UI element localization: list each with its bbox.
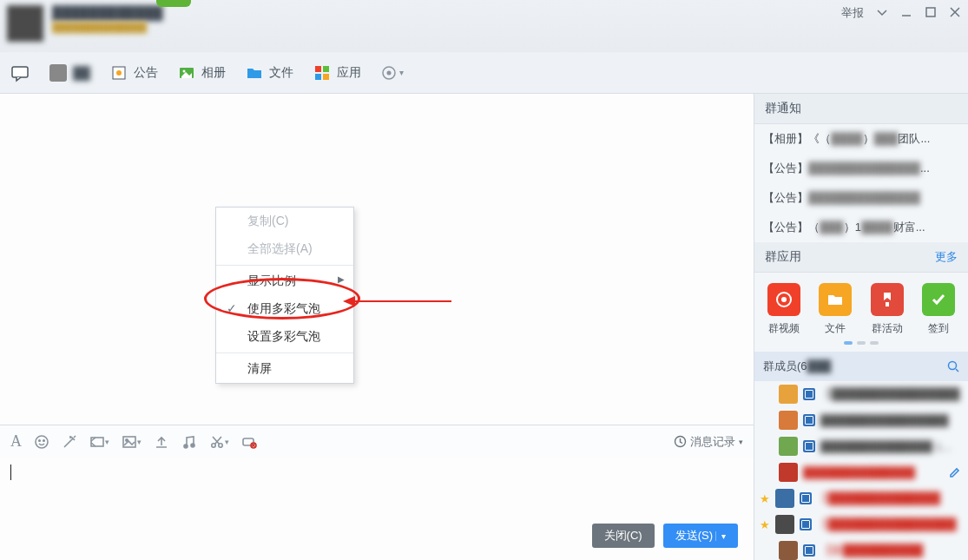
svg-rect-1 — [12, 67, 28, 77]
svg-point-12 — [386, 70, 391, 75]
cut-tool[interactable]: ▾ — [209, 434, 229, 450]
ctx-copy[interactable]: 复制(C) — [216, 208, 353, 235]
notice-2[interactable]: 【公告】██████████████... — [754, 154, 968, 183]
group-subtitle: ██████████████ — [52, 22, 163, 32]
svg-point-31 — [949, 362, 957, 370]
titlebar: ████████████ ██████████████ 举报 — [0, 0, 968, 52]
app-file[interactable]: 文件 — [819, 283, 852, 336]
ctx-zoom[interactable]: 显示比例 — [216, 267, 353, 295]
svg-point-4 — [116, 70, 122, 76]
notice-header: 群通知 — [754, 94, 968, 124]
chat-icon — [10, 63, 30, 82]
tab-apps[interactable]: 应用 — [313, 63, 361, 82]
annotation-arrow — [343, 293, 456, 310]
tab-blurred[interactable]: ██ — [49, 63, 90, 82]
app-checkin[interactable]: 签到 — [922, 283, 955, 336]
svg-point-29 — [781, 297, 787, 302]
green-accent — [156, 0, 191, 7]
context-menu: 复制(C) 全部选择(A) 显示比例 使用多彩气泡 设置多彩气泡 清屏 — [215, 207, 354, 384]
folder-icon — [245, 63, 264, 82]
member-row[interactable]: ★【████████████████ — [754, 511, 968, 537]
app-video[interactable]: 群视频 — [767, 283, 800, 336]
app-activity[interactable]: 群活动 — [871, 283, 904, 336]
member-row[interactable]: ██████████████ — [754, 459, 968, 485]
apps-header: 群应用 更多 — [754, 242, 968, 273]
member-row[interactable]: ██████████████ 1... — [754, 433, 968, 459]
text-cursor — [10, 464, 11, 480]
ctx-set-bubble[interactable]: 设置多彩气泡 — [216, 323, 353, 351]
tab-bar: ██ 公告 相册 文件 应用 ▾ — [0, 52, 968, 94]
ctx-clear[interactable]: 清屏 — [216, 355, 353, 383]
svg-rect-30 — [886, 302, 889, 306]
edit-icon[interactable] — [949, 466, 961, 478]
main-area: 复制(C) 全部选择(A) 显示比例 使用多彩气泡 设置多彩气泡 清屏 A ▾ — [0, 94, 968, 560]
member-row[interactable]: 【眼██████████ — [754, 537, 968, 560]
close-button[interactable]: 关闭(C) — [592, 524, 655, 548]
svg-point-21 — [184, 445, 188, 448]
message-input[interactable]: 关闭(C) 发送(S) ▾ — [0, 458, 754, 560]
ctx-select-all[interactable]: 全部选择(A) — [216, 235, 353, 263]
svg-point-20 — [126, 438, 128, 440]
member-row[interactable]: ★【██████████████ — [754, 485, 968, 511]
svg-rect-0 — [926, 8, 935, 16]
tab-announce[interactable]: 公告 — [109, 63, 158, 82]
tab-album[interactable]: 相册 — [177, 63, 226, 82]
member-row[interactable]: 【████████████████ — [754, 381, 968, 407]
svg-point-15 — [36, 436, 48, 448]
apps-more[interactable]: 更多 — [935, 249, 958, 265]
album-icon — [177, 63, 196, 82]
chat-history[interactable]: 复制(C) 全部选择(A) 显示比例 使用多彩气泡 设置多彩气泡 清屏 — [0, 94, 754, 425]
record-tool[interactable] — [241, 434, 257, 450]
report-link[interactable]: 举报 — [841, 5, 864, 21]
svg-rect-9 — [315, 74, 321, 80]
ctx-use-bubble[interactable]: 使用多彩气泡 — [216, 295, 353, 323]
maximize-icon[interactable] — [925, 6, 937, 21]
close-icon[interactable] — [949, 6, 961, 21]
svg-rect-7 — [315, 66, 321, 72]
upload-tool[interactable] — [154, 434, 169, 450]
minimize-icon[interactable] — [900, 6, 912, 21]
svg-point-6 — [182, 69, 185, 72]
emoji-tool[interactable] — [34, 434, 49, 450]
notice-3[interactable]: 【公告】██████████████ — [754, 183, 968, 213]
settings-dropdown[interactable]: ▾ — [380, 64, 404, 82]
font-tool[interactable]: A — [10, 432, 22, 451]
apps-icon — [313, 63, 332, 82]
announce-icon — [109, 63, 128, 82]
magic-tool[interactable] — [62, 434, 77, 450]
group-title: ████████████ — [52, 5, 163, 20]
member-row[interactable]: ████████████████ — [754, 407, 968, 433]
group-avatar[interactable] — [7, 5, 43, 42]
input-toolbar: A ▾ ▾ ▾ 消息记录 ▾ — [0, 425, 754, 458]
apps-pager[interactable] — [754, 341, 968, 352]
send-button[interactable]: 发送(S) ▾ — [663, 524, 738, 548]
dropdown-icon[interactable] — [876, 6, 888, 21]
image-tool[interactable]: ▾ — [122, 434, 142, 450]
notice-4[interactable]: 【公告】（███）1████财富... — [754, 213, 968, 242]
search-icon[interactable] — [947, 360, 959, 372]
tab-file[interactable]: 文件 — [245, 63, 293, 82]
music-tool[interactable] — [181, 434, 197, 450]
svg-point-16 — [39, 439, 41, 441]
gif-tool[interactable]: ▾ — [89, 434, 109, 450]
svg-rect-8 — [323, 66, 329, 72]
members-header: 群成员(6███ — [754, 352, 968, 381]
svg-point-22 — [191, 444, 194, 447]
side-panel: 群通知 【相册】《（████）███团队... 【公告】████████████… — [754, 94, 968, 560]
message-history[interactable]: 消息记录 ▾ — [674, 434, 743, 450]
svg-rect-2 — [49, 64, 67, 82]
tab-chat[interactable] — [10, 63, 30, 82]
svg-rect-10 — [323, 74, 329, 80]
notice-1[interactable]: 【相册】《（████）███团队... — [754, 124, 968, 154]
svg-point-17 — [43, 439, 45, 441]
